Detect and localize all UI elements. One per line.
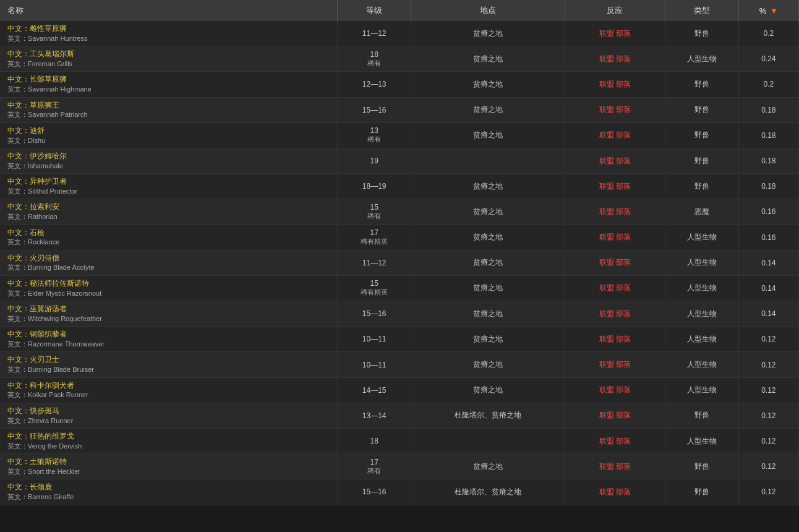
cell-level: 15—16 (338, 301, 411, 327)
cell-percent: 0.12 (738, 454, 798, 479)
cell-percent: 0.12 (738, 429, 798, 454)
table-row: 中文：工头葛瑞尔斯英文：Foreman Grills18稀有贫瘠之地联盟 部落人… (0, 46, 799, 72)
name-cn: 中文：雌性草原狮 (7, 24, 331, 34)
name-en: 英文：Dishu (7, 136, 331, 145)
faction-alliance: 联盟 (599, 29, 614, 38)
cell-level: 18 (338, 429, 411, 454)
faction-horde: 部落 (616, 157, 631, 165)
name-en: 英文：Foreman Grills (7, 59, 331, 69)
name-en: 英文：Savannah Patriarch (7, 110, 331, 119)
cell-location (411, 148, 565, 173)
cell-percent: 0.12 (738, 403, 798, 428)
cell-location: 贫瘠之地 (411, 174, 565, 199)
col-name[interactable]: 名称 (0, 0, 338, 21)
cell-percent: 0.18 (738, 97, 798, 122)
col-location[interactable]: 地点 (411, 0, 565, 21)
table-row: 中文：火刃卫士英文：Burning Blade Bruiser10—11贫瘠之地… (0, 352, 799, 377)
data-table: 名称 等级 地点 反应 类型 % ▼ 中 (0, 0, 799, 505)
main-container: 名称 等级 地点 反应 类型 % ▼ 中 (0, 0, 799, 505)
faction-horde: 部落 (616, 54, 631, 63)
name-cn: 中文：伊沙姆哈尔 (7, 151, 331, 161)
col-type[interactable]: 类型 (665, 0, 738, 21)
faction-horde: 部落 (616, 258, 631, 267)
faction-alliance: 联盟 (599, 411, 614, 419)
col-reaction[interactable]: 反应 (565, 0, 665, 21)
cell-type: 人型生物 (665, 429, 738, 454)
faction-alliance: 联盟 (599, 360, 614, 369)
faction-alliance: 联盟 (599, 309, 614, 318)
faction-alliance: 联盟 (599, 131, 614, 139)
name-en: 英文：Barrens Giraffe (7, 492, 331, 502)
cell-type: 野兽 (665, 122, 738, 148)
faction-alliance: 联盟 (599, 487, 614, 496)
table-row: 中文：科卡尔驯犬者英文：Kolkar Pack Runner14—15贫瘠之地联… (0, 377, 799, 403)
cell-type: 恶魔 (665, 199, 738, 225)
name-en: 英文：Burning Blade Acolyte (7, 263, 331, 272)
cell-type: 野兽 (665, 72, 738, 97)
cell-location: 贫瘠之地 (411, 250, 565, 275)
cell-level: 15—16 (338, 97, 411, 122)
cell-name: 中文：长颈鹿英文：Barrens Giraffe (0, 479, 338, 505)
cell-type: 人型生物 (665, 225, 738, 250)
faction-horde: 部落 (616, 80, 631, 88)
faction-horde: 部落 (616, 207, 631, 216)
name-cn: 中文：科卡尔驯犬者 (7, 380, 331, 391)
cell-reaction: 联盟 部落 (565, 454, 665, 479)
faction-horde: 部落 (616, 411, 631, 419)
cell-reaction: 联盟 部落 (565, 301, 665, 327)
table-row: 中文：长颈鹿英文：Barrens Giraffe15—16杜隆塔尔、贫瘠之地联盟… (0, 479, 799, 505)
cell-location: 贫瘠之地 (411, 46, 565, 72)
cell-percent: 0.12 (738, 479, 798, 505)
cell-level: 15稀有精英 (338, 275, 411, 301)
cell-level: 11—12 (338, 250, 411, 275)
faction-horde: 部落 (616, 29, 631, 38)
cell-name: 中文：伊沙姆哈尔英文：Ishamuhale (0, 148, 338, 173)
cell-reaction: 联盟 部落 (565, 174, 665, 199)
cell-name: 中文：火刃卫士英文：Burning Blade Bruiser (0, 352, 338, 377)
cell-name: 中文：迪舒英文：Dishu (0, 122, 338, 148)
cell-location: 贫瘠之地 (411, 72, 565, 97)
cell-type: 野兽 (665, 97, 738, 122)
cell-name: 中文：工头葛瑞尔斯英文：Foreman Grills (0, 46, 338, 72)
cell-location: 贫瘠之地 (411, 122, 565, 148)
cell-level: 13—14 (338, 403, 411, 428)
cell-location: 贫瘠之地 (411, 301, 565, 327)
table-row: 中文：拉索利安英文：Rathorian15稀有贫瘠之地联盟 部落恶魔0.16 (0, 199, 799, 225)
faction-alliance: 联盟 (599, 335, 614, 343)
name-cn: 中文：巫翼游荡者 (7, 304, 331, 314)
cell-reaction: 联盟 部落 (565, 148, 665, 173)
name-cn: 中文：土狼斯诺特 (7, 457, 331, 467)
cell-percent: 0.14 (738, 275, 798, 301)
name-en: 英文：Elder Mystic Razorsnout (7, 289, 331, 298)
table-row: 中文：迪舒英文：Dishu13稀有贫瘠之地联盟 部落野兽0.18 (0, 122, 799, 148)
name-en: 英文：Burning Blade Bruiser (7, 365, 331, 374)
name-cn: 中文：异种护卫者 (7, 176, 331, 187)
cell-name: 中文：拉索利安英文：Rathorian (0, 199, 338, 225)
cell-name: 中文：土狼斯诺特英文：Snort the Heckler (0, 454, 338, 479)
col-reaction-label: 反应 (607, 6, 623, 15)
cell-percent: 0.18 (738, 122, 798, 148)
cell-level: 15—16 (338, 479, 411, 505)
cell-location (411, 429, 565, 454)
cell-percent: 0.2 (738, 21, 798, 46)
cell-location: 贫瘠之地 (411, 352, 565, 377)
cell-level: 10—11 (338, 327, 411, 352)
cell-percent: 0.18 (738, 148, 798, 173)
faction-horde: 部落 (616, 385, 631, 394)
name-cn: 中文：快步斑马 (7, 406, 331, 416)
faction-alliance: 联盟 (599, 105, 614, 114)
cell-type: 人型生物 (665, 275, 738, 301)
cell-type: 野兽 (665, 148, 738, 173)
col-percent[interactable]: % ▼ (738, 0, 798, 21)
cell-reaction: 联盟 部落 (565, 352, 665, 377)
faction-alliance: 联盟 (599, 54, 614, 63)
name-en: 英文：Kolkar Pack Runner (7, 390, 331, 400)
col-level[interactable]: 等级 (338, 0, 411, 21)
table-row: 中文：草原狮王英文：Savannah Patriarch15—16贫瘠之地联盟 … (0, 97, 799, 122)
faction-horde: 部落 (616, 462, 631, 471)
cell-level: 10—11 (338, 352, 411, 377)
cell-percent: 0.16 (738, 199, 798, 225)
cell-level: 18稀有 (338, 46, 411, 72)
table-row: 中文：长鬃草原狮英文：Savannah Highmane12—13贫瘠之地联盟 … (0, 72, 799, 97)
cell-reaction: 联盟 部落 (565, 46, 665, 72)
